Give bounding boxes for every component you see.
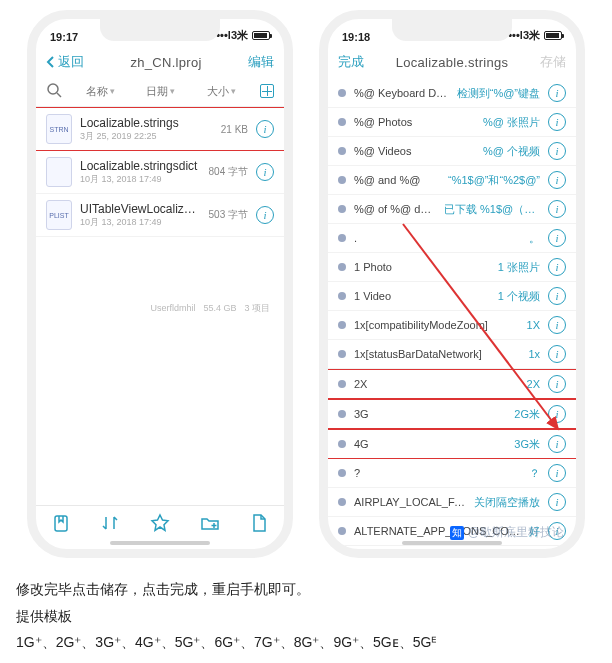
string-row[interactable]: %@ Videos%@ 个视频i [328,137,576,166]
sort-button[interactable] [100,513,120,536]
string-value: 1 张照片 [498,260,540,275]
file-row[interactable]: STRNLocalizable.strings3月 25, 2019 22:25… [36,107,284,151]
file-list: STRNLocalizable.strings3月 25, 2019 22:25… [36,107,284,298]
string-value: 1 个视频 [498,289,540,304]
string-row[interactable]: 1 Photo1 张照片i [328,253,576,282]
info-button[interactable]: i [548,316,566,334]
string-row[interactable]: AIRPLAY_LOCAL_FALLBACK关闭隔空播放i [328,488,576,517]
file-size: 503 字节 [209,208,248,222]
info-button[interactable]: i [548,287,566,305]
string-row[interactable]: 1x[statusBarDataNetwork]1xi [328,340,576,369]
string-row[interactable]: 4G3G米i [328,429,576,459]
info-button[interactable]: i [548,113,566,131]
phone-right: 19:18 •••l3米 完成 Localizable.strings 存储 %… [319,10,585,558]
string-value: 3G米 [514,437,540,452]
sort-name[interactable]: 名称▾ [86,84,115,99]
info-button[interactable]: i [548,84,566,102]
file-date: 3月 25, 2019 22:25 [80,130,213,143]
string-key: 1 Video [354,290,490,302]
phone-left: 19:17 •••l3米 返回 zh_CN.lproj 编辑 [27,10,293,558]
notch [392,19,512,41]
new-file-button[interactable] [249,513,269,536]
info-button[interactable]: i [548,493,566,511]
string-row[interactable]: %@ Photos%@ 张照片i [328,108,576,137]
info-button[interactable]: i [548,345,566,363]
string-key: %@ of %@ downloaded [354,203,436,215]
bookmark-button[interactable] [51,513,71,536]
file-icon [46,157,72,187]
bullet-icon [338,350,346,358]
home-indicator [110,541,210,545]
sort-date[interactable]: 日期▾ [146,84,175,99]
string-row[interactable]: 1x[compatibilityModeZoom]1Xi [328,311,576,340]
notch [100,19,220,41]
favorite-button[interactable] [150,513,170,536]
string-row[interactable]: .。i [328,224,576,253]
bullet-icon [338,469,346,477]
string-key: . [354,232,521,244]
string-row[interactable]: 2X2Xi [328,369,576,399]
string-row[interactable]: ALTERNATEi [328,546,576,549]
string-row[interactable]: 3G2G米i [328,399,576,429]
info-button[interactable]: i [548,464,566,482]
string-row[interactable]: %@ and %@“%1$@”和“%2$@”i [328,166,576,195]
info-button[interactable]: i [548,142,566,160]
info-button[interactable]: i [548,435,566,453]
file-row[interactable]: Localizable.stringsdict10月 13, 2018 17:4… [36,151,284,194]
string-row[interactable]: %@ of %@ downloaded已下载 %1$@（共 %2$@）i [328,195,576,224]
new-folder-button[interactable] [200,513,220,536]
string-value: 2X [527,378,540,390]
info-button[interactable]: i [548,405,566,423]
search-icon [46,82,62,98]
string-row[interactable]: ?？i [328,459,576,488]
info-button[interactable]: i [256,120,274,138]
string-key: 1x[compatibilityModeZoom] [354,319,519,331]
nav-bar: 完成 Localizable.strings 存储 [328,45,576,79]
bullet-icon [338,380,346,388]
nav-title: zh_CN.lproj [130,55,201,70]
info-button[interactable]: i [256,163,274,181]
chevron-down-icon: ▾ [170,86,175,96]
string-row[interactable]: %@ Keyboard Detected检测到“%@”键盘i [328,79,576,108]
nav-title: Localizable.strings [396,55,509,70]
string-key: 2X [354,378,519,390]
string-value: “%1$@”和“%2$@” [448,173,540,188]
sort-size[interactable]: 大小▾ [207,84,236,99]
info-button[interactable]: i [548,171,566,189]
info-button[interactable]: i [548,375,566,393]
back-button[interactable]: 返回 [46,53,84,71]
string-value: 关闭隔空播放 [474,495,540,510]
string-row[interactable]: 1 Video1 个视频i [328,282,576,311]
bullet-icon [338,263,346,271]
bullet-icon [338,118,346,126]
info-button[interactable]: i [548,200,566,218]
string-key: 4G [354,438,506,450]
string-value: %@ 个视频 [483,144,540,159]
file-date: 10月 13, 2018 17:49 [80,216,201,229]
strings-list: %@ Keyboard Detected检测到“%@”键盘i%@ Photos%… [328,79,576,549]
info-button[interactable]: i [256,206,274,224]
file-size: 21 KB [221,124,248,135]
string-key: %@ Photos [354,116,475,128]
caption-line: 1G⁺、2G⁺、3G⁺、4G⁺、5G⁺、6G⁺、7G⁺、8G⁺、9G⁺、5Gᴇ、… [16,629,596,656]
string-key: 3G [354,408,506,420]
view-grid-icon[interactable] [260,84,274,98]
info-button[interactable]: i [548,258,566,276]
caption-line: 提供模板 [16,603,596,630]
file-name: UITableViewLocalizedSectionIndex.plist [80,202,201,216]
save-button[interactable]: 存储 [540,53,566,71]
string-value: 1X [527,319,540,331]
string-value: 2G米 [514,407,540,422]
done-button[interactable]: 完成 [338,53,364,71]
chevron-left-icon [46,55,56,69]
file-row[interactable]: PLISTUITableViewLocalizedSectionIndex.pl… [36,194,284,237]
svg-point-0 [48,84,58,94]
edit-button[interactable]: 编辑 [248,53,274,71]
zhihu-icon: 知 [450,526,464,540]
info-button[interactable]: i [548,229,566,247]
search-button[interactable] [46,82,62,100]
caption: 修改完毕点击储存，点击完成，重启手机即可。 提供模板 1G⁺、2G⁺、3G⁺、4… [16,576,596,656]
bullet-icon [338,234,346,242]
svg-rect-1 [55,516,67,531]
file-name: Localizable.strings [80,116,213,130]
